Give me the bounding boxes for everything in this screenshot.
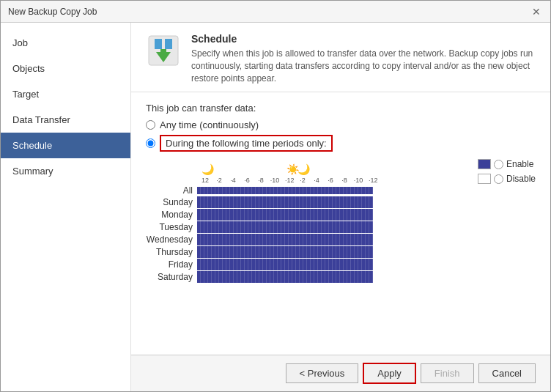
svg-rect-1: [155, 39, 162, 49]
time-label-2a: ·2: [215, 177, 223, 184]
row-saturday: Saturday: [146, 271, 469, 283]
moon-icon-left: 🌙: [201, 163, 214, 175]
row-friday: Friday: [146, 259, 469, 270]
row-wednesday: Wednesday: [146, 234, 469, 245]
form-title: This job can transfer data:: [146, 103, 536, 114]
cells-sunday[interactable]: [197, 196, 373, 208]
legend-disable: Disable: [478, 174, 536, 184]
radio-any-time[interactable]: [146, 120, 155, 130]
time-label-12e: ·12: [369, 177, 376, 184]
form-section: This job can transfer data: Any time (co…: [131, 92, 550, 355]
grid-cell[interactable]: [369, 259, 373, 270]
cells-monday[interactable]: [197, 209, 373, 221]
label-sunday: Sunday: [146, 197, 197, 207]
legend-enable: Enable: [478, 159, 536, 169]
time-label-6p: ·6: [327, 177, 334, 184]
cells-thursday[interactable]: [197, 246, 373, 258]
dialog-window: New Backup Copy Job ✕ Job Objects Target…: [0, 0, 551, 392]
cells-friday[interactable]: [197, 259, 373, 270]
sidebar-item-job[interactable]: Job: [1, 30, 130, 56]
radio-during[interactable]: [146, 138, 155, 148]
section-title: Schedule: [191, 33, 536, 45]
time-label-8p: ·8: [341, 177, 348, 184]
cancel-button[interactable]: Cancel: [478, 363, 536, 383]
cells-saturday[interactable]: [197, 271, 373, 283]
sidebar-item-data-transfer[interactable]: Data Transfer: [1, 107, 130, 133]
grid-cell[interactable]: [369, 221, 373, 233]
row-tuesday: Tuesday: [146, 221, 469, 233]
schedule-table: 🌙 ☀️ 🌙 12 ·2 ·4 ·6 ·8 ·10 ·12: [146, 159, 469, 284]
previous-button[interactable]: < Previous: [286, 363, 359, 383]
grid-cell[interactable]: [369, 246, 373, 258]
time-label-6a: ·6: [243, 177, 251, 184]
grid-cell[interactable]: [369, 271, 373, 283]
time-label-2p: ·2: [299, 177, 306, 184]
moon-icon-right: 🌙: [297, 163, 310, 175]
time-label-12a: 12: [201, 177, 209, 184]
label-all: All: [146, 185, 197, 196]
icon-row: 🌙 ☀️ 🌙: [201, 159, 469, 175]
sidebar: Job Objects Target Data Transfer Schedul…: [1, 23, 131, 391]
main-content: Job Objects Target Data Transfer Schedul…: [1, 23, 550, 391]
svg-rect-2: [165, 39, 172, 49]
cells-all[interactable]: [197, 187, 373, 194]
grid-cell[interactable]: [369, 209, 373, 221]
label-friday: Friday: [146, 259, 197, 270]
header-text: Schedule Specify when this job is allowe…: [191, 33, 536, 84]
label-monday: Monday: [146, 210, 197, 220]
time-label-4p: ·4: [313, 177, 320, 184]
grid-cell[interactable]: [369, 234, 373, 245]
cells-wednesday[interactable]: [197, 234, 373, 245]
label-wednesday: Wednesday: [146, 234, 197, 245]
legend-disable-radio: [494, 174, 503, 184]
row-sunday: Sunday: [146, 196, 469, 208]
cells-tuesday[interactable]: [197, 221, 373, 233]
label-tuesday: Tuesday: [146, 222, 197, 232]
row-thursday: Thursday: [146, 246, 469, 258]
sidebar-item-target[interactable]: Target: [1, 81, 130, 107]
label-thursday: Thursday: [146, 247, 197, 257]
sidebar-item-summary[interactable]: Summary: [1, 158, 130, 184]
legend: Enable Disable: [478, 159, 536, 184]
legend-enable-label: Enable: [506, 159, 533, 169]
time-label-10a: ·10: [270, 177, 280, 184]
section-description: Specify when this job is allowed to tran…: [191, 48, 536, 84]
option-any-time[interactable]: Any time (continuously): [146, 119, 536, 130]
during-label: During the following time periods only:: [160, 135, 333, 152]
bottom-bar: < Previous Apply Finish Cancel: [131, 355, 550, 391]
grid-cell[interactable]: [369, 196, 373, 208]
grid-cell[interactable]: [369, 187, 373, 194]
legend-disable-box: [478, 174, 491, 184]
schedule-icon: [146, 33, 181, 68]
time-label-8a: ·8: [257, 177, 265, 184]
header-section: Schedule Specify when this job is allowe…: [131, 23, 550, 92]
row-all: All: [146, 185, 469, 196]
label-saturday: Saturday: [146, 272, 197, 282]
legend-disable-label: Disable: [506, 174, 536, 184]
row-monday: Monday: [146, 209, 469, 221]
sidebar-item-schedule[interactable]: Schedule: [1, 133, 130, 158]
legend-enable-box: [478, 159, 491, 169]
apply-button[interactable]: Apply: [363, 363, 416, 384]
title-bar: New Backup Copy Job ✕: [1, 1, 550, 23]
any-time-label: Any time (continuously): [160, 119, 259, 130]
time-label-10p: ·10: [353, 177, 363, 184]
finish-button[interactable]: Finish: [421, 363, 474, 383]
legend-enable-radio: [494, 160, 503, 169]
main-area: Schedule Specify when this job is allowe…: [131, 23, 550, 391]
time-labels-row: 12 ·2 ·4 ·6 ·8 ·10 ·12 ·2 ·4 ·6 ·8 ·10: [201, 177, 469, 184]
schedule-wrapper: 🌙 ☀️ 🌙 12 ·2 ·4 ·6 ·8 ·10 ·12: [146, 159, 536, 284]
window-title: New Backup Copy Job: [8, 7, 97, 17]
option-during[interactable]: During the following time periods only:: [146, 135, 536, 152]
time-label-4a: ·4: [229, 177, 237, 184]
svg-rect-4: [160, 49, 166, 56]
sidebar-item-objects[interactable]: Objects: [1, 56, 130, 81]
time-label-12p: ·12: [285, 177, 292, 184]
close-button[interactable]: ✕: [530, 5, 543, 18]
